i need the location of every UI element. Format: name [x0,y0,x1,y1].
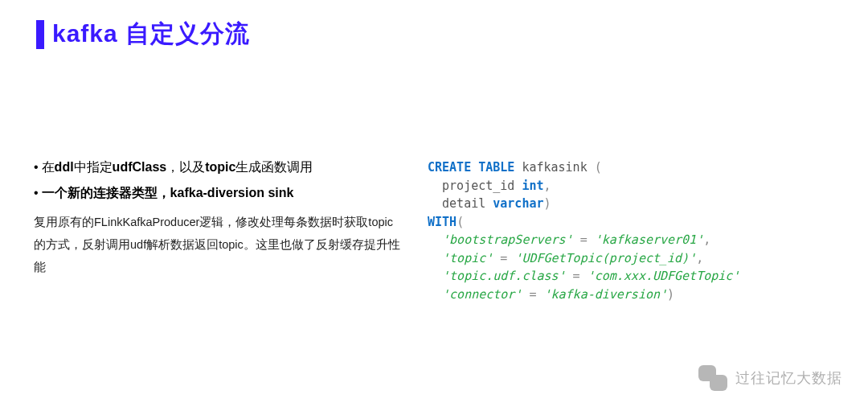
bold-span: ddl [55,160,74,174]
bold-span: udfClass [113,160,167,174]
slide-header: kafka 自定义分流 [0,0,868,51]
text-span: 中指定 [74,160,113,174]
column-name: project_id [442,179,522,193]
watermark-text: 过往记忆大数据 [735,368,842,388]
punct: ) [667,287,674,302]
slide-title: kafka 自定义分流 [52,18,250,51]
punct: ( [595,160,602,175]
bullet-item-2: •一个新的连接器类型，kafka-diversion sink [34,181,403,205]
sql-code-block: CREATE TABLE kafkasink ( project_id int,… [428,158,844,303]
string: 'UDFGetTopic(project_id)' [514,251,696,265]
type: varchar [493,196,543,211]
description-text: 复用原有的FLinkKafkaProducer逻辑，修改处理每条数据时获取top… [34,211,403,279]
header-accent-bar [36,20,44,49]
punct: = [566,269,588,283]
bold-span: topic [205,160,235,174]
string: 'kafka-diversion' [544,287,668,302]
bullet-dot: • [34,186,39,199]
identifier: kafkasink [514,160,594,175]
keyword: WITH [428,215,457,229]
bold-span: 一个新的连接器类型， [42,186,170,199]
string: 'bootstrapServers' [442,232,573,247]
wechat-icon [698,365,727,391]
bullet-item-1: •在ddl中指定udfClass，以及topic生成函数调用 [34,155,403,179]
slide-content: •在ddl中指定udfClass，以及topic生成函数调用 •一个新的连接器类… [0,51,868,303]
string: 'topic.udf.class' [442,269,566,283]
punct: , [544,179,551,193]
punct: , [696,251,703,265]
text-span: 生成函数调用 [235,160,313,174]
keyword: CREATE TABLE [428,160,514,175]
text-span: 在 [42,160,55,174]
string: 'kafkaserver01' [595,232,703,247]
text-column: •在ddl中指定udfClass，以及topic生成函数调用 •一个新的连接器类… [34,155,403,303]
punct: = [573,232,595,247]
string: 'connector' [442,287,522,302]
watermark: 过往记忆大数据 [698,365,842,391]
string: 'topic' [442,251,493,265]
type: int [522,179,543,193]
punct: , [703,232,710,247]
bold-span: kafka-diversion sink [170,186,294,199]
bullet-dot: • [34,160,39,174]
punct: = [493,251,514,265]
punct: = [522,287,543,302]
code-column: CREATE TABLE kafkasink ( project_id int,… [428,155,844,303]
punct: ( [457,215,464,229]
column-name: detail [442,196,493,211]
string: 'com.xxx.UDFGetTopic' [588,269,740,283]
text-span: ，以及 [166,160,205,174]
punct: ) [544,196,551,211]
